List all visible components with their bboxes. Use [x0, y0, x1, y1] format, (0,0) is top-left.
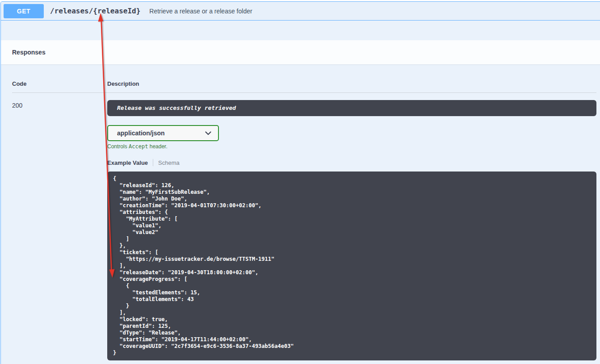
responses-table-header: Code Description	[12, 64, 596, 93]
tab-example-value[interactable]: Example Value	[107, 159, 148, 166]
hint-prefix: Controls	[107, 143, 129, 150]
tab-schema[interactable]: Schema	[158, 159, 180, 166]
responses-section-header: Responses	[1, 40, 600, 64]
accept-header-hint: Controls Accept header.	[107, 143, 596, 150]
description-column-header: Description	[107, 80, 596, 87]
content-type-selected-value: application/json	[117, 130, 165, 137]
response-description-cell: Release was successfully retrieved appli…	[107, 100, 596, 360]
response-status-code: 200	[12, 100, 107, 360]
hint-accept-code: Accept	[129, 143, 148, 150]
opblock-get: GET /releases/{releaseId} Retrieve a rel…	[0, 1, 600, 364]
responses-table: Code Description 200 Release was success…	[1, 64, 600, 360]
example-json-block: { "releaseId": 126, "name": "MyFirstSubR…	[107, 172, 596, 360]
responses-title: Responses	[12, 49, 46, 56]
content-type-select[interactable]: application/json	[107, 125, 219, 141]
swagger-operation-page: GET /releases/{releaseId} Retrieve a rel…	[0, 0, 600, 364]
response-row-200: 200 Release was successfully retrieved a…	[12, 93, 596, 360]
opblock-body-spacer	[1, 21, 600, 40]
response-description: Release was successfully retrieved	[107, 100, 596, 116]
hint-suffix: header.	[148, 143, 167, 150]
code-column-header: Code	[12, 80, 107, 87]
tab-divider	[153, 159, 153, 166]
method-badge[interactable]: GET	[4, 4, 44, 18]
chevron-down-icon	[205, 131, 211, 135]
model-example-tabs: Example Value Schema	[107, 159, 596, 167]
endpoint-summary: Retrieve a release or a release folder	[149, 8, 252, 15]
operation-summary-bar[interactable]: GET /releases/{releaseId} Retrieve a rel…	[1, 2, 600, 21]
endpoint-path: /releases/{releaseId}	[50, 7, 140, 15]
